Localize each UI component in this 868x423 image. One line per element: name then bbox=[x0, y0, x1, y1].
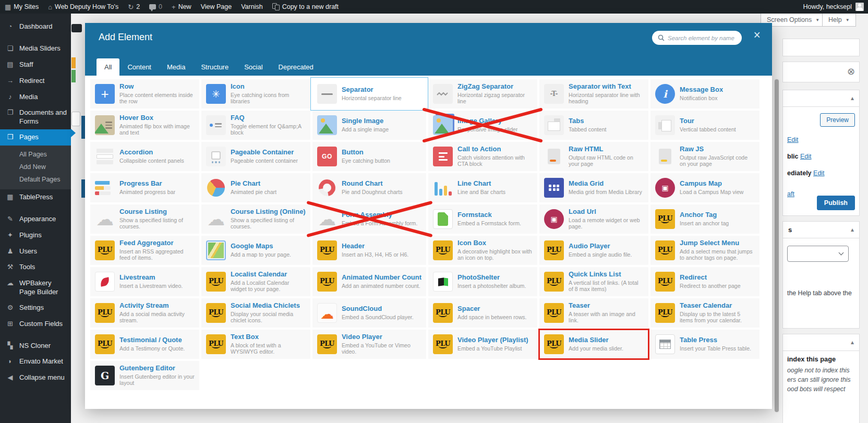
adminbar-item-varnish[interactable]: Varnish bbox=[236, 0, 267, 14]
adminbar-item-web-deputy-how-to-s[interactable]: ⌂Web Deputy How To's bbox=[43, 0, 123, 14]
element-tile-soundcloud[interactable]: ☁SoundCloudEmbed a SoundCloud player. bbox=[312, 298, 426, 328]
element-tile-google-maps[interactable]: Google MapsAdd a map to your page. bbox=[201, 236, 310, 265]
element-tile-faq[interactable]: FAQToggle element for Q&amp;A block bbox=[201, 111, 310, 140]
element-tile-load-url[interactable]: ▣Load UrlLoad a remote widget or web pag… bbox=[539, 204, 648, 234]
element-tile-pageable-container[interactable]: Pageable ContainerPageable content conta… bbox=[201, 142, 310, 171]
sidebar-item-appearance[interactable]: ✎Appearance bbox=[0, 211, 71, 227]
element-tile-button[interactable]: GOButtonEye catching button bbox=[312, 142, 426, 171]
element-tile-course-listing-online[interactable]: ☁Course Listing (Online)Show a specified… bbox=[201, 204, 310, 234]
preview-button[interactable]: Preview bbox=[820, 113, 855, 127]
tab-structure[interactable]: Structure bbox=[193, 58, 236, 76]
sidebar-item-ns-cloner[interactable]: ▚NS Cloner bbox=[0, 338, 71, 354]
element-search[interactable] bbox=[652, 31, 742, 45]
howdy-account[interactable]: Howdy, hecksepl bbox=[803, 3, 852, 10]
tab-social[interactable]: Social bbox=[236, 58, 270, 76]
element-tile-jump-select-menu[interactable]: PLUJump Select MenuAdd a select menu tha… bbox=[650, 236, 760, 265]
edit-schedule-link[interactable]: Edit bbox=[813, 170, 825, 177]
element-tile-media-slider[interactable]: PLUMedia SliderAdd your media slider. bbox=[539, 330, 648, 359]
collapse-toggle-icon[interactable]: ▴ bbox=[851, 339, 854, 346]
dismiss-icon[interactable]: ⊗ bbox=[847, 67, 855, 76]
submenu-item-all-pages[interactable]: All Pages bbox=[0, 148, 71, 161]
sidebar-item-users[interactable]: ♟Users bbox=[0, 244, 71, 260]
element-tile-icon-box[interactable]: PLUIcon BoxA decorative highlight box wi… bbox=[428, 236, 537, 265]
edit-visibility-link[interactable]: Edit bbox=[800, 153, 812, 160]
avatar[interactable] bbox=[855, 3, 864, 11]
element-tile-spacer[interactable]: PLUSpacerAdd space in between rows. bbox=[428, 298, 537, 328]
adminbar-item-0[interactable]: 0 bbox=[144, 0, 167, 14]
element-tile-quick-links-list[interactable]: PLUQuick Links ListA vertical list of li… bbox=[539, 267, 648, 296]
element-tile-message-box[interactable]: iMessage BoxNotification box bbox=[650, 79, 760, 108]
element-tile-accordion[interactable]: AccordionCollapsible content panels bbox=[90, 142, 199, 171]
element-tile-image-gallery[interactable]: Image GalleryResponsive image slider bbox=[428, 111, 537, 140]
sidebar-item-media-sliders[interactable]: ❏Media Sliders bbox=[0, 41, 71, 57]
sidebar-item-redirect[interactable]: →Redirect bbox=[0, 73, 71, 89]
help-tab[interactable]: Help ▼ bbox=[822, 14, 856, 27]
sidebar-item-pages[interactable]: ❒Pages bbox=[0, 129, 71, 146]
element-tile-social-media-chiclets[interactable]: PLUSocial Media ChicletsDisplay your soc… bbox=[201, 298, 310, 328]
collapse-toggle-icon[interactable]: ▴ bbox=[851, 94, 854, 102]
sidebar-item-media[interactable]: ♪Media bbox=[0, 89, 71, 105]
edit-status-link[interactable]: Edit bbox=[787, 136, 799, 143]
adminbar-item-my-sites[interactable]: ▦My Sites bbox=[0, 0, 43, 14]
tab-content[interactable]: Content bbox=[119, 58, 159, 76]
element-tile-separator-with-text[interactable]: -T-Separator with TextHorizontal separat… bbox=[539, 79, 648, 108]
sidebar-item-collapse-menu[interactable]: ◀Collapse menu bbox=[0, 370, 71, 386]
element-tile-text-box[interactable]: PLUText BoxA block of text with a WYSIWY… bbox=[201, 330, 310, 359]
adminbar-item-2[interactable]: ↻2 bbox=[123, 0, 144, 14]
element-tile-teaser-calendar[interactable]: PLUTeaser CalendarDisplay up to the late… bbox=[650, 298, 760, 328]
tab-deprecated[interactable]: Deprecated bbox=[271, 58, 321, 76]
element-tile-testimonial-quote[interactable]: PLUTestimonial / QuoteAdd a Testimony or… bbox=[90, 330, 199, 359]
element-tile-tour[interactable]: TourVertical tabbed content bbox=[650, 111, 760, 140]
element-tile-photoshelter[interactable]: PhotoShelterInsert a photoshelter album. bbox=[428, 267, 537, 296]
element-tile-icon[interactable]: ✳IconEye catching icons from libraries bbox=[201, 79, 310, 108]
element-tile-gutenberg-editor[interactable]: GGutenberg EditorInsert Gutenberg editor… bbox=[90, 361, 199, 390]
element-tile-single-image[interactable]: Single ImageAdd a single image bbox=[312, 111, 426, 140]
metabox-header[interactable]: s ▴ bbox=[783, 222, 859, 238]
element-tile-media-grid[interactable]: Media GridMedia grid from Media Library bbox=[539, 173, 648, 202]
collapse-toggle-icon[interactable]: ▴ bbox=[851, 226, 854, 233]
element-tile-line-chart[interactable]: Line ChartLine and Bar charts bbox=[428, 173, 537, 202]
element-tile-localist-calendar[interactable]: PLULocalist CalendarAdd a Localist Calen… bbox=[201, 267, 310, 296]
tab-media[interactable]: Media bbox=[159, 58, 193, 76]
scrollbar-thumb[interactable] bbox=[775, 79, 779, 412]
sidebar-item-envato-market[interactable]: ◗Envato Market bbox=[0, 354, 71, 370]
element-tile-form-assembly[interactable]: ☁Form AssemblyEmbed a Form Assembly form… bbox=[312, 204, 426, 234]
title-input-box[interactable] bbox=[782, 39, 860, 56]
sidebar-item-tablepress[interactable]: ▦TablePress bbox=[0, 189, 71, 206]
element-tile-anchor-tag[interactable]: PLUAnchor TagInsert an anchor tag bbox=[650, 204, 760, 234]
publish-button[interactable]: Publish bbox=[817, 196, 855, 210]
element-tile-raw-js[interactable]: Raw JSOutput raw JavaScript code on your… bbox=[650, 142, 760, 171]
close-icon[interactable]: × bbox=[754, 29, 761, 41]
search-input[interactable] bbox=[668, 35, 736, 41]
element-tile-teaser[interactable]: PLUTeaserA teaser with an image and link… bbox=[539, 298, 648, 328]
adminbar-item-view-page[interactable]: View Page bbox=[196, 0, 237, 14]
scrollbar[interactable] bbox=[774, 78, 779, 413]
sidebar-item-wpbakery-page-builder[interactable]: ☁WPBakery Page Builder bbox=[0, 275, 71, 300]
submenu-item-default-pages[interactable]: Default Pages bbox=[0, 173, 71, 186]
metabox-header[interactable]: ▴ bbox=[783, 334, 859, 351]
element-tile-zigzag-separator[interactable]: ZigZag SeparatorHorizontal zigzag separa… bbox=[428, 79, 537, 108]
adminbar-item-copy-to-a-new-draft[interactable]: Copy to a new draft bbox=[268, 0, 343, 14]
draft-link[interactable]: aft bbox=[787, 190, 794, 198]
element-tile-animated-number-count[interactable]: PLUAnimated Number CountAdd an animated … bbox=[312, 267, 426, 296]
element-tile-header[interactable]: PLUHeaderInsert an H3, H4, H5 or H6. bbox=[312, 236, 426, 265]
element-tile-call-to-action[interactable]: Call to ActionCatch visitors attention w… bbox=[428, 142, 537, 171]
element-tile-course-listing[interactable]: ☁Course ListingShow a specified listing … bbox=[90, 204, 199, 234]
tab-all[interactable]: All bbox=[97, 58, 119, 76]
sidebar-item-tools[interactable]: ⚒Tools bbox=[0, 259, 71, 275]
parent-select[interactable] bbox=[787, 246, 849, 262]
element-tile-video-player[interactable]: PLUVideo PlayerEmbed a YouTube or Vimeo … bbox=[312, 330, 426, 359]
element-tile-raw-html[interactable]: Raw HTMLOutput raw HTML code on your pag… bbox=[539, 142, 648, 171]
sidebar-item-plugins[interactable]: ✦Plugins bbox=[0, 227, 71, 244]
sidebar-item-staff[interactable]: ▤Staff bbox=[0, 57, 71, 73]
element-tile-table-press[interactable]: Table PressInsert your Table Press table… bbox=[650, 330, 760, 359]
element-tile-video-player-playlist[interactable]: PLUVideo Player (Playlist)Embed a YouTub… bbox=[428, 330, 537, 359]
element-tile-tabs[interactable]: TabsTabbed content bbox=[539, 111, 648, 140]
element-tile-redirect[interactable]: PLURedirectRedirect to another page bbox=[650, 267, 760, 296]
element-tile-feed-aggregator[interactable]: PLUFeed AggregatorInsert an RSS aggregat… bbox=[90, 236, 199, 265]
submenu-item-add-new[interactable]: Add New bbox=[0, 161, 71, 173]
element-tile-separator[interactable]: SeparatorHorizontal separator line bbox=[312, 79, 426, 108]
element-tile-campus-map[interactable]: ▣Campus MapLoad a Campus Map view bbox=[650, 173, 760, 202]
element-tile-round-chart[interactable]: Round ChartPie and Doughnut charts bbox=[312, 173, 426, 202]
sidebar-item-custom-fields[interactable]: ⊞Custom Fields bbox=[0, 316, 71, 332]
